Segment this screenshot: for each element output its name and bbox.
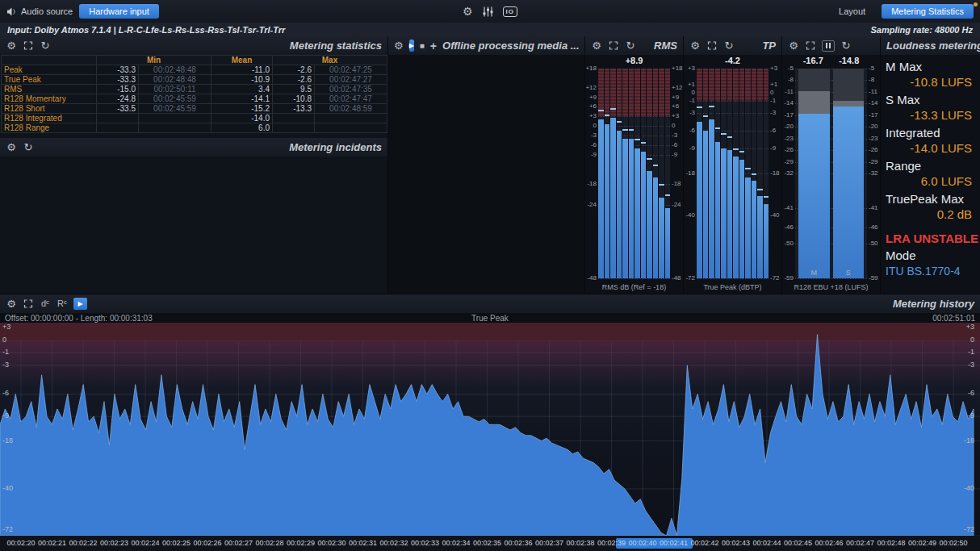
expand-icon[interactable] xyxy=(608,41,619,50)
play-icon[interactable]: ▶ xyxy=(409,40,414,52)
lufs-max-range-segment xyxy=(798,91,830,114)
history-y-tick-label: -9 xyxy=(2,412,9,420)
meter-tick-label: -9 xyxy=(770,145,781,152)
stats-header-empty xyxy=(2,56,97,65)
loudness-panel-title: Loudness metering xyxy=(886,40,980,52)
table-cell: 00:02:47:35 xyxy=(315,85,387,94)
meter-tick-label: -5 xyxy=(782,65,794,72)
gear-icon[interactable]: ⚙ xyxy=(788,40,799,51)
gear-icon[interactable]: ⚙ xyxy=(394,40,404,51)
lufs-max-range-segment xyxy=(833,101,865,106)
meter-bar-fill xyxy=(764,204,769,278)
pause-icon[interactable] xyxy=(822,40,835,52)
refresh-icon[interactable]: ↻ xyxy=(40,40,51,51)
metering-statistics-button[interactable]: Metering Statistics xyxy=(882,4,974,19)
meter-channel xyxy=(634,69,641,278)
refresh-icon[interactable]: ↻ xyxy=(723,40,735,51)
table-cell xyxy=(273,114,315,123)
loudness-item-label: TruePeak Max xyxy=(886,190,974,207)
dc-mode-icon[interactable]: dᶜ xyxy=(40,299,51,308)
stop-icon[interactable]: ■ xyxy=(420,42,425,50)
table-cell: -14.1 xyxy=(211,94,273,104)
table-cell: 00:02:48:59 xyxy=(315,104,387,114)
expand-icon[interactable] xyxy=(706,41,718,50)
refresh-icon[interactable]: ↻ xyxy=(23,142,34,152)
meter-bar-fill xyxy=(721,148,727,278)
meter-tick-label: -24 xyxy=(585,202,597,208)
meter-bar-fill xyxy=(647,171,652,278)
status-dot xyxy=(974,2,978,6)
meter-tick-label: -59 xyxy=(782,275,794,282)
table-cell: -33.3 xyxy=(97,75,139,85)
meter-channel xyxy=(647,69,653,278)
meter-tick-label: -41 xyxy=(782,205,794,211)
short-headline-value: -14.8 xyxy=(831,56,868,68)
meter-tick-label: +3 xyxy=(770,65,781,72)
meter-tick-label: -9 xyxy=(684,145,695,152)
add-media-icon[interactable]: + xyxy=(430,40,437,52)
history-panel-title: Metering history xyxy=(893,298,974,310)
lufs-channel-s: S xyxy=(833,69,865,278)
meter-peak-marker xyxy=(697,106,702,108)
history-panel-header: ⚙ dᶜ Rᶜ ▶ Metering history xyxy=(0,294,980,313)
gear-icon[interactable]: ⚙ xyxy=(6,142,17,152)
history-time-label: 00:02:34 xyxy=(442,539,470,547)
history-y-tick-label: -1 xyxy=(968,349,974,356)
refresh-icon[interactable]: ↻ xyxy=(625,40,636,51)
history-time-label: 00:02:21 xyxy=(38,539,66,547)
layout-button[interactable]: Layout xyxy=(829,4,875,19)
lufs-caption: R128 EBU +18 (LUFS) xyxy=(782,283,880,291)
meter-tick-label: -8 xyxy=(869,77,880,83)
incidents-panel-title: Metering incidents xyxy=(289,141,382,153)
expand-icon[interactable] xyxy=(23,299,34,308)
sliders-icon[interactable] xyxy=(483,6,493,17)
settings-gear-icon[interactable]: ⚙ xyxy=(463,6,473,17)
meter-peak-marker xyxy=(634,139,640,140)
meter-channel xyxy=(629,69,635,278)
history-graph[interactable]: +3+300-1-1-3-3-6-6-9-9-18-18-40-40-72-72 xyxy=(0,323,980,536)
table-cell: -33.5 xyxy=(97,104,139,114)
loudness-item-label: Integrated xyxy=(886,124,974,140)
history-y-tick-label: -1 xyxy=(2,349,9,356)
play-icon[interactable]: ▶ xyxy=(73,298,87,310)
meter-tick-label: -50 xyxy=(869,240,880,247)
table-cell: -2.6 xyxy=(273,75,315,85)
meter-tick-label: 0 xyxy=(684,90,695,96)
expand-icon[interactable] xyxy=(805,41,816,50)
refresh-icon[interactable]: ↻ xyxy=(840,40,852,51)
meter-channel xyxy=(727,69,734,278)
history-y-tick-label: -6 xyxy=(968,390,974,397)
gear-icon[interactable]: ⚙ xyxy=(6,298,17,309)
gear-icon[interactable]: ⚙ xyxy=(6,40,17,51)
meter-tick-label: -40 xyxy=(770,212,781,219)
history-end-time: 00:02:51:01 xyxy=(932,314,975,323)
rms-caption: RMS dB (Ref = -18) xyxy=(585,283,683,291)
rc-mode-icon[interactable]: Rᶜ xyxy=(57,299,68,308)
hardware-input-button[interactable]: Hardware input xyxy=(79,4,159,19)
meter-tick-label: -18 xyxy=(585,181,597,187)
meter-tick-label: -11 xyxy=(782,89,794,95)
io-routing-icon[interactable]: IO xyxy=(503,6,517,17)
meter-tick-label: -72 xyxy=(770,275,781,282)
meter-tick-label: 0 xyxy=(770,90,781,96)
tp-headline-value: -4.2 xyxy=(697,56,769,68)
lufs-meter-body: -5-5-8-8-11-11-14-14-17-17-20-20-23-23-2… xyxy=(795,69,867,278)
history-time-label: 00:02:29 xyxy=(287,539,315,547)
meter-tick-label: 0 xyxy=(585,123,597,129)
audio-source-button[interactable]: Audio source xyxy=(6,6,73,16)
input-format-text: Input: Dolby Atmos 7.1.4 | L-R-C-Lfe-Ls-… xyxy=(7,25,285,35)
meter-tick-label: -50 xyxy=(782,240,794,247)
meter-peak-marker xyxy=(622,129,628,131)
meter-tick-label: +12 xyxy=(672,85,683,91)
history-time-label: 00:02:48 xyxy=(877,539,905,547)
meter-tick-label: -48 xyxy=(585,275,597,282)
table-cell: 00:02:47:47 xyxy=(315,94,387,104)
meter-tick-label: 0 xyxy=(672,123,683,129)
metering-history-panel: ⚙ dᶜ Rᶜ ▶ Metering history True Peak Off… xyxy=(0,294,980,551)
lufs-above-max-segment xyxy=(798,69,830,91)
meter-channel xyxy=(757,69,764,278)
gear-icon[interactable]: ⚙ xyxy=(591,40,602,51)
history-time-label: 00:02:27 xyxy=(224,539,253,547)
expand-icon[interactable] xyxy=(23,41,34,50)
gear-icon[interactable]: ⚙ xyxy=(689,40,701,51)
